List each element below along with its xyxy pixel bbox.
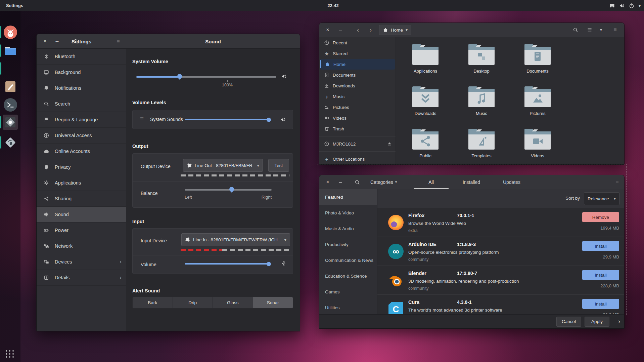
dock-item-notes[interactable] bbox=[3, 79, 18, 94]
menu-icon[interactable]: ≡ bbox=[612, 175, 622, 189]
sidebar-item-sound[interactable]: Sound bbox=[37, 207, 126, 223]
sidebar-item-devices[interactable]: Devices› bbox=[37, 254, 126, 270]
files-sidebar-item-home[interactable]: Home bbox=[320, 59, 395, 70]
system-status-area[interactable]: ▾ bbox=[609, 3, 641, 8]
files-sidebar-item-recent[interactable]: Recent bbox=[319, 37, 396, 48]
remove-button[interactable]: Remove bbox=[582, 212, 619, 222]
close-icon[interactable]: × bbox=[323, 175, 333, 189]
category-utilities[interactable]: Utilities bbox=[319, 300, 377, 316]
files-sidebar-item-videos[interactable]: Videos bbox=[319, 113, 396, 123]
sidebar-item-search[interactable]: Search bbox=[37, 96, 126, 112]
clock[interactable]: 22:42 bbox=[327, 3, 338, 8]
close-icon[interactable]: × bbox=[323, 23, 333, 37]
alert-option-sonar[interactable]: Sonar bbox=[253, 297, 293, 308]
tab-updates[interactable]: Updates bbox=[492, 175, 532, 189]
focused-app-name[interactable]: Settings bbox=[6, 3, 23, 8]
app-row-firefox[interactable]: Firefox70.0.1-1Browse the World Wide Web… bbox=[377, 208, 624, 237]
forward-icon[interactable]: › bbox=[366, 23, 376, 37]
folder-desktop[interactable]: Desktop bbox=[456, 44, 507, 82]
files-sidebar-item-pictures[interactable]: Pictures bbox=[319, 102, 396, 113]
dock-item-software-installer[interactable] bbox=[3, 61, 18, 76]
back-icon[interactable]: ‹ bbox=[353, 23, 363, 37]
category-productivity[interactable]: Productivity bbox=[319, 237, 377, 252]
menu-icon[interactable]: ≡ bbox=[610, 23, 620, 37]
category-games[interactable]: Games bbox=[319, 284, 377, 300]
sidebar-item-network[interactable]: Network bbox=[37, 238, 126, 254]
folder-public[interactable]: Public bbox=[400, 129, 451, 165]
slider-handle[interactable] bbox=[228, 186, 235, 193]
balance-slider[interactable] bbox=[185, 189, 272, 191]
search-icon[interactable] bbox=[352, 175, 362, 189]
sidebar-item-background[interactable]: Background bbox=[37, 65, 126, 80]
files-sidebar-item-documents[interactable]: Documents bbox=[319, 70, 396, 80]
details-chevron-icon[interactable]: › bbox=[618, 318, 620, 325]
minimize-icon[interactable]: – bbox=[335, 175, 346, 189]
sidebar-item-universal-access[interactable]: Universal Access bbox=[37, 128, 126, 144]
files-sidebar-item-mjro1812[interactable]: MJRO1812 bbox=[319, 138, 396, 149]
folder-music[interactable]: Music bbox=[456, 86, 507, 124]
sidebar-item-privacy[interactable]: Privacy bbox=[37, 159, 126, 175]
slider-handle[interactable] bbox=[176, 73, 183, 80]
apply-button[interactable]: Apply bbox=[585, 317, 609, 327]
input-volume-slider[interactable] bbox=[185, 263, 269, 265]
sidebar-item-applications[interactable]: Applications bbox=[37, 175, 126, 191]
eject-icon[interactable] bbox=[387, 141, 392, 147]
app-row-blender[interactable]: Blender17:2.80-73D modeling, animation, … bbox=[377, 266, 624, 295]
folder-downloads[interactable]: Downloads bbox=[400, 86, 451, 124]
dock-item-settings-manager[interactable] bbox=[3, 115, 18, 130]
dock-item-firefox[interactable] bbox=[3, 25, 18, 40]
files-sidebar-item-trash[interactable]: Trash bbox=[319, 123, 396, 134]
folder-pictures[interactable]: Pictures bbox=[512, 86, 563, 124]
sidebar-item-region-language[interactable]: Region & Language bbox=[37, 112, 126, 128]
dock-item-gnome[interactable] bbox=[3, 135, 18, 150]
output-device-dropdown[interactable]: Line Out - 82801FB/FBM/FR/F... ▾ bbox=[183, 159, 263, 172]
dock-item-files[interactable] bbox=[3, 43, 18, 58]
sidebar-item-bluetooth[interactable]: Bluetooth bbox=[37, 49, 126, 65]
files-sidebar-item-starred[interactable]: ★Starred bbox=[319, 48, 396, 59]
folder-videos[interactable]: Videos bbox=[512, 129, 563, 165]
sidebar-item-power[interactable]: Power bbox=[37, 223, 126, 238]
system-sounds-slider[interactable] bbox=[185, 119, 269, 120]
category-photo-video[interactable]: Photo & Video bbox=[319, 205, 377, 221]
sidebar-item-online-accounts[interactable]: Online Accounts bbox=[37, 144, 126, 159]
dock-item-terminal[interactable] bbox=[3, 97, 18, 112]
search-icon[interactable] bbox=[570, 23, 581, 37]
slider-handle[interactable] bbox=[267, 118, 271, 122]
test-button[interactable]: Test bbox=[268, 159, 289, 172]
tab-installed[interactable]: Installed bbox=[451, 175, 492, 189]
alert-option-glass[interactable]: Glass bbox=[213, 297, 253, 308]
install-button[interactable]: Install bbox=[582, 299, 619, 309]
sidebar-item-details[interactable]: Details› bbox=[37, 270, 126, 286]
install-button[interactable]: Install bbox=[582, 270, 619, 280]
slider-handle[interactable] bbox=[267, 262, 271, 266]
folder-applications[interactable]: Applications bbox=[400, 44, 451, 82]
sidebar-item-notifications[interactable]: Notifications bbox=[37, 80, 126, 96]
category-featured[interactable]: Featured bbox=[319, 189, 377, 205]
show-applications-button[interactable] bbox=[5, 350, 14, 358]
category-music-audio[interactable]: Music & Audio bbox=[319, 221, 377, 237]
sidebar-item-sharing[interactable]: Sharing bbox=[37, 191, 126, 207]
cancel-button[interactable]: Cancel bbox=[556, 317, 581, 327]
files-sidebar-item-downloads[interactable]: Downloads bbox=[319, 80, 396, 91]
view-options-icon[interactable]: ▾ bbox=[596, 23, 606, 37]
files-sidebar-item-other-locations[interactable]: +Other Locations bbox=[319, 154, 396, 164]
menu-icon[interactable]: ≡ bbox=[113, 34, 123, 48]
input-device-dropdown[interactable]: Line In - 82801FB/FBM/FR/FW/FRW (ICH6 ..… bbox=[181, 233, 290, 246]
app-row-cura[interactable]: CCura4.3.0-1The world's most advanced 3d… bbox=[377, 295, 624, 314]
categories-button[interactable]: Categories ▾ bbox=[370, 175, 397, 189]
app-row-arduino-ide[interactable]: ∞Arduino IDE1:1.8.9-3Open-source electro… bbox=[377, 237, 624, 266]
folder-documents[interactable]: Documents bbox=[512, 44, 563, 82]
install-button[interactable]: Install bbox=[582, 241, 619, 251]
tab-all[interactable]: All bbox=[411, 175, 451, 189]
folder-templates[interactable]: Templates bbox=[456, 129, 507, 165]
category-communication-news[interactable]: Communication & News bbox=[319, 252, 377, 268]
files-sidebar-item-music[interactable]: ♪Music bbox=[319, 91, 396, 102]
alert-option-drip[interactable]: Drip bbox=[173, 297, 213, 308]
system-volume-slider[interactable] bbox=[136, 76, 276, 78]
location-button[interactable]: Home ▾ bbox=[379, 25, 411, 35]
sort-dropdown[interactable]: Relevance ▾ bbox=[584, 192, 619, 205]
minimize-icon[interactable]: – bbox=[335, 23, 346, 37]
alert-option-bark[interactable]: Bark bbox=[133, 297, 173, 308]
category-education-science[interactable]: Education & Science bbox=[319, 268, 377, 284]
list-view-icon[interactable] bbox=[585, 23, 595, 37]
